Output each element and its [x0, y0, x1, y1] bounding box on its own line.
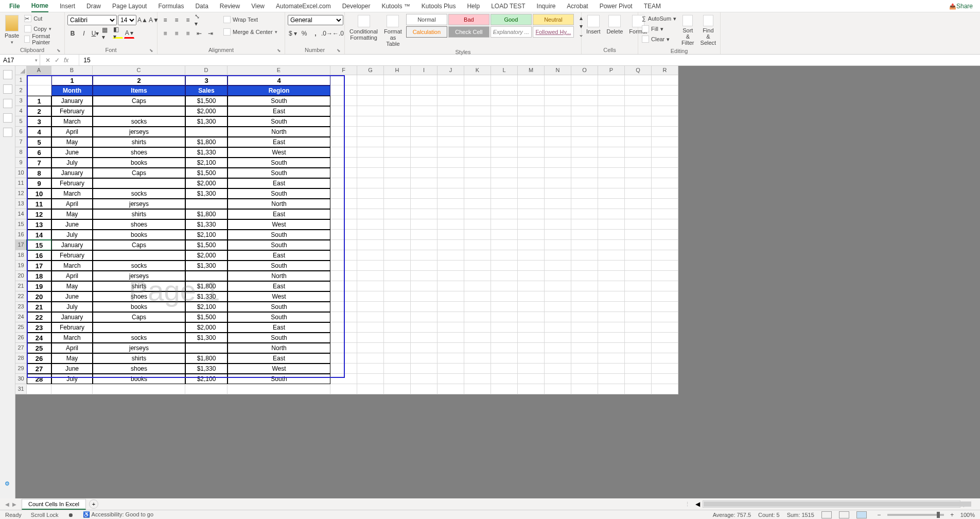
- cell[interactable]: [464, 96, 491, 106]
- cell[interactable]: [571, 85, 598, 96]
- cell[interactable]: South: [227, 374, 330, 384]
- cell[interactable]: [518, 271, 545, 281]
- cell[interactable]: North: [227, 271, 330, 281]
- cell[interactable]: $1,330: [185, 291, 227, 302]
- cell[interactable]: [357, 168, 384, 178]
- align-right-button[interactable]: ≡: [183, 28, 193, 39]
- cell[interactable]: Caps: [93, 240, 185, 250]
- cell[interactable]: [357, 261, 384, 271]
- row-header[interactable]: 10: [15, 168, 27, 178]
- cell[interactable]: [518, 333, 545, 343]
- cell[interactable]: [437, 322, 464, 333]
- cell[interactable]: [545, 219, 571, 230]
- cell[interactable]: [185, 127, 227, 137]
- cell[interactable]: [598, 96, 625, 106]
- cell[interactable]: $1,500: [185, 168, 227, 178]
- cell[interactable]: June: [51, 291, 93, 302]
- cell[interactable]: [598, 250, 625, 261]
- cell[interactable]: [437, 250, 464, 261]
- row-header[interactable]: 25: [15, 322, 27, 333]
- row-header[interactable]: 11: [15, 178, 27, 188]
- cell[interactable]: [185, 343, 227, 353]
- cell[interactable]: [330, 75, 357, 85]
- cell[interactable]: [652, 116, 678, 127]
- cell[interactable]: East: [227, 353, 330, 364]
- cell[interactable]: [330, 137, 357, 147]
- cell[interactable]: [625, 374, 652, 384]
- row-header[interactable]: 28: [15, 353, 27, 364]
- cell[interactable]: [625, 219, 652, 230]
- cell[interactable]: April: [51, 127, 93, 137]
- row-header[interactable]: 8: [15, 147, 27, 158]
- cell[interactable]: [357, 250, 384, 261]
- cell[interactable]: [625, 199, 652, 209]
- sidebar-tool-icon[interactable]: [3, 70, 12, 79]
- cell[interactable]: 4: [227, 75, 330, 85]
- ribbon-tab-inquire[interactable]: Inquire: [537, 1, 556, 12]
- cell[interactable]: West: [227, 147, 330, 158]
- cell[interactable]: 28: [27, 374, 51, 384]
- cell[interactable]: [652, 353, 678, 364]
- cell[interactable]: [437, 333, 464, 343]
- ribbon-tab-review[interactable]: Review: [220, 1, 240, 12]
- cell[interactable]: South: [227, 96, 330, 106]
- cell[interactable]: [330, 116, 357, 127]
- cell[interactable]: [384, 312, 411, 322]
- cell[interactable]: July: [51, 158, 93, 168]
- cell[interactable]: [357, 209, 384, 219]
- cell[interactable]: [330, 85, 357, 96]
- cell[interactable]: [652, 75, 678, 85]
- cell[interactable]: [437, 281, 464, 291]
- column-header[interactable]: A: [27, 66, 51, 75]
- cell[interactable]: [598, 106, 625, 116]
- cell[interactable]: [571, 137, 598, 147]
- cell[interactable]: [384, 291, 411, 302]
- cell[interactable]: [491, 240, 518, 250]
- cell[interactable]: [625, 343, 652, 353]
- cell[interactable]: [598, 384, 625, 394]
- cell[interactable]: $1,800: [185, 353, 227, 364]
- cell[interactable]: [464, 230, 491, 240]
- cell[interactable]: books: [93, 302, 185, 312]
- column-header[interactable]: M: [518, 66, 545, 75]
- cell[interactable]: [625, 384, 652, 394]
- scrollbar-thumb[interactable]: [704, 501, 971, 507]
- cell[interactable]: $2,000: [185, 106, 227, 116]
- insert-cells-button[interactable]: Insert: [584, 14, 603, 36]
- cell[interactable]: shoes: [93, 291, 185, 302]
- column-header[interactable]: F: [330, 66, 357, 75]
- cell[interactable]: [185, 384, 227, 394]
- cell[interactable]: [437, 85, 464, 96]
- ribbon-tab-help[interactable]: Help: [467, 1, 480, 12]
- sort-filter-button[interactable]: Sort & Filter: [679, 14, 696, 47]
- cell[interactable]: [545, 106, 571, 116]
- cell[interactable]: [357, 271, 384, 281]
- cell[interactable]: South: [227, 116, 330, 127]
- cell[interactable]: [652, 188, 678, 199]
- cell[interactable]: [357, 199, 384, 209]
- cell[interactable]: [652, 158, 678, 168]
- cell[interactable]: [652, 219, 678, 230]
- cell[interactable]: [545, 261, 571, 271]
- cell[interactable]: [437, 230, 464, 240]
- cell[interactable]: [491, 374, 518, 384]
- cell[interactable]: [185, 271, 227, 281]
- cell[interactable]: [625, 271, 652, 281]
- cell[interactable]: East: [227, 281, 330, 291]
- cell[interactable]: [545, 199, 571, 209]
- cell[interactable]: [330, 271, 357, 281]
- cell[interactable]: [598, 230, 625, 240]
- ribbon-tab-developer[interactable]: Developer: [342, 1, 371, 12]
- cell[interactable]: [652, 127, 678, 137]
- cell[interactable]: [598, 188, 625, 199]
- cell[interactable]: [411, 106, 437, 116]
- cell[interactable]: 9: [27, 178, 51, 188]
- cell[interactable]: [357, 158, 384, 168]
- conditional-formatting-button[interactable]: Conditional Formatting: [347, 14, 380, 42]
- cell[interactable]: February: [51, 250, 93, 261]
- cell[interactable]: January: [51, 168, 93, 178]
- cell[interactable]: [330, 312, 357, 322]
- cell[interactable]: North: [227, 343, 330, 353]
- cell[interactable]: [571, 261, 598, 271]
- cell[interactable]: [330, 96, 357, 106]
